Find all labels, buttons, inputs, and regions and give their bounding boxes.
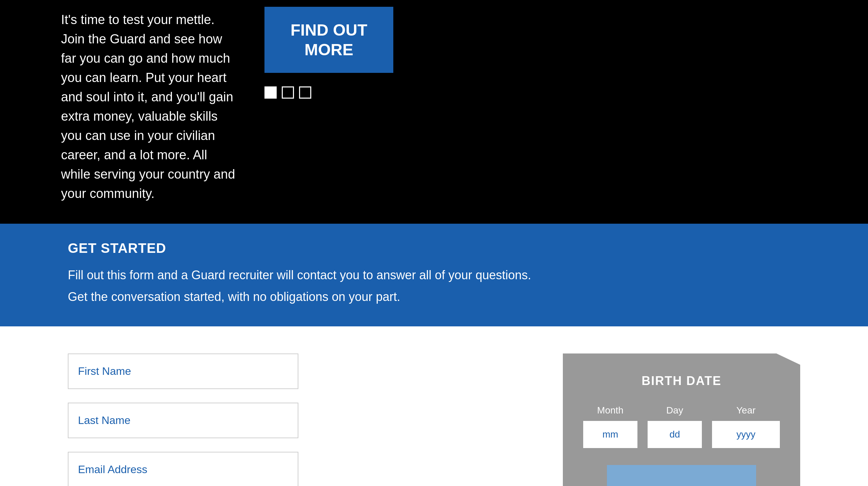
- find-out-more-button[interactable]: FIND OUT MORE: [264, 7, 393, 73]
- day-field: Day: [648, 405, 702, 448]
- carousel-dot-2[interactable]: [282, 86, 294, 99]
- next-button[interactable]: NEXT: [607, 465, 756, 486]
- banner-line2: Get the conversation started, with no ob…: [68, 288, 800, 306]
- year-field: Year: [712, 405, 780, 448]
- day-label: Day: [666, 405, 683, 416]
- birth-date-title: BIRTH DATE: [642, 374, 721, 388]
- carousel-dot-3[interactable]: [299, 86, 311, 99]
- day-input[interactable]: [648, 421, 702, 448]
- birth-date-panel: BIRTH DATE Month Day Year NEXT: [563, 353, 800, 486]
- last-name-input[interactable]: [68, 403, 298, 438]
- birth-date-fields: Month Day Year: [580, 405, 783, 448]
- month-field: Month: [583, 405, 637, 448]
- email-input[interactable]: [68, 452, 298, 486]
- month-input[interactable]: [583, 421, 637, 448]
- banner-line1: Fill out this form and a Guard recruiter…: [68, 266, 800, 284]
- year-label: Year: [736, 405, 756, 416]
- first-name-input[interactable]: [68, 353, 298, 389]
- month-label: Month: [597, 405, 624, 416]
- banner-title: GET STARTED: [68, 241, 800, 256]
- carousel-dot-1[interactable]: [264, 86, 277, 99]
- hero-text: It's time to test your mettle. Join the …: [61, 7, 237, 203]
- banner-section: GET STARTED Fill out this form and a Gua…: [0, 224, 868, 326]
- form-section: BIRTH DATE Month Day Year NEXT: [0, 326, 868, 486]
- hero-right: FIND OUT MORE: [264, 7, 393, 99]
- hero-section: It's time to test your mettle. Join the …: [0, 0, 868, 224]
- form-left: [68, 353, 563, 486]
- year-input[interactable]: [712, 421, 780, 448]
- carousel-dots: [264, 86, 393, 99]
